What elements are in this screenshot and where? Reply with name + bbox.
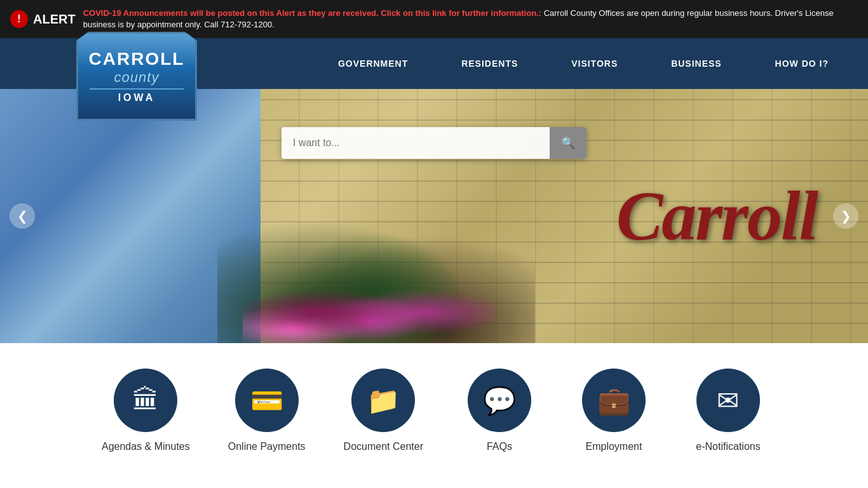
search-box: 🔍: [281, 127, 587, 159]
site-logo[interactable]: CARROLL county IOWA: [76, 32, 197, 121]
alert-message[interactable]: COVID-19 Announcements will be posted on…: [83, 8, 858, 30]
carousel-next-button[interactable]: ❯: [833, 203, 858, 229]
nav-item-how-do-i[interactable]: HOW DO I?: [763, 52, 841, 75]
quick-link-agendas[interactable]: 🏛Agendas & Minutes: [102, 369, 190, 452]
nav-item-government[interactable]: GOVERNMENT: [325, 52, 421, 75]
quick-link-faqs[interactable]: 💬FAQs: [461, 369, 538, 452]
quick-link-icon-notifications: ✉: [696, 369, 760, 432]
hero-sign-text: Carroll: [616, 176, 817, 257]
nav-item-business[interactable]: BUSINESS: [658, 52, 735, 75]
nav-item-visitors[interactable]: VISITORS: [559, 52, 630, 75]
hero-section: Carroll 🔍 ❮ ❯: [0, 89, 868, 343]
quick-link-icon-faqs: 💬: [468, 369, 531, 432]
hero-flowers: [243, 267, 497, 343]
logo-divider: [90, 88, 183, 90]
quick-link-label-payments: Online Payments: [228, 441, 306, 452]
quick-link-icon-employment: 💼: [582, 369, 646, 432]
quick-link-label-documents: Document Center: [344, 441, 423, 452]
quick-link-label-faqs: FAQs: [487, 441, 512, 452]
quick-link-label-employment: Employment: [586, 441, 642, 452]
quick-link-icon-agendas: 🏛: [114, 369, 177, 432]
quick-link-icon-payments: 💳: [235, 369, 299, 432]
alert-icon: !: [10, 10, 28, 28]
search-button[interactable]: 🔍: [550, 127, 587, 159]
quick-link-employment[interactable]: 💼Employment: [576, 369, 652, 452]
quick-link-label-notifications: e-Notifications: [696, 441, 760, 452]
quick-link-label-agendas: Agendas & Minutes: [102, 441, 190, 452]
logo-line3: IOWA: [118, 92, 156, 104]
search-wrap: 🔍: [281, 127, 587, 159]
header: CARROLL county IOWA GOVERNMENT RESIDENTS…: [0, 38, 868, 89]
quick-links-row: 🏛Agendas & Minutes💳Online Payments📁Docum…: [0, 343, 868, 471]
quick-link-payments[interactable]: 💳Online Payments: [228, 369, 306, 452]
logo-line1: CARROLL: [89, 49, 185, 69]
main-nav: GOVERNMENT RESIDENTS VISITORS BUSINESS H…: [311, 52, 855, 75]
quick-link-documents[interactable]: 📁Document Center: [344, 369, 423, 452]
quick-link-icon-documents: 📁: [351, 369, 415, 432]
search-input[interactable]: [281, 128, 550, 158]
logo-line2: county: [114, 69, 159, 86]
carousel-prev-button[interactable]: ❮: [10, 203, 35, 229]
quick-link-notifications[interactable]: ✉e-Notifications: [690, 369, 766, 452]
alert-label: ALERT: [33, 12, 76, 27]
nav-item-residents[interactable]: RESIDENTS: [449, 52, 531, 75]
alert-icon-wrap: ! ALERT: [10, 10, 76, 28]
alert-link-text[interactable]: COVID-19 Announcements will be posted on…: [83, 8, 541, 18]
